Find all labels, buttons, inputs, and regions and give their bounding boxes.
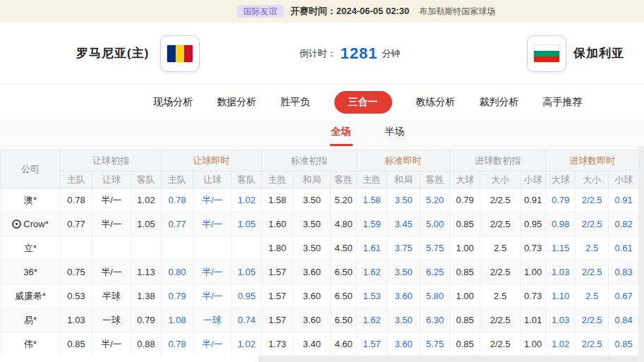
company-cell[interactable]: 威廉希*	[1, 284, 61, 308]
live-odds-cell[interactable]: 2/2.5	[576, 332, 609, 356]
group-header-goals-initial: 进球数初指	[450, 150, 546, 171]
live-odds-cell[interactable]: 5.20	[420, 188, 450, 212]
column-header: 小球	[521, 171, 546, 188]
initial-odds-cell: 3.50	[293, 188, 331, 212]
live-odds-cell[interactable]: 0.95	[232, 284, 262, 308]
live-odds-cell[interactable]: 半/一	[193, 260, 232, 284]
company-cell[interactable]: 36*	[1, 260, 61, 284]
tab-coach-analysis[interactable]: 教练分析	[416, 96, 456, 109]
live-odds-cell[interactable]: 1.59	[357, 212, 387, 236]
initial-odds-cell: 0.85	[450, 212, 480, 236]
live-odds-cell[interactable]: 1.15	[546, 236, 576, 260]
company-cell[interactable]: 伟*	[1, 332, 61, 356]
vertical-scrollbar[interactable]	[638, 147, 644, 362]
column-header: 主队	[61, 171, 92, 188]
live-odds-cell[interactable]: 0.85	[609, 332, 639, 356]
live-odds-cell[interactable]: 2/2.5	[576, 212, 609, 236]
tab-three-in-one[interactable]: 三合一	[334, 91, 392, 114]
live-odds-cell[interactable]: 5.75	[420, 332, 450, 356]
live-odds-cell[interactable]: 半/一	[193, 188, 232, 212]
romania-flag-icon	[166, 44, 193, 63]
live-odds-cell[interactable]: 3.50	[387, 188, 420, 212]
live-odds-cell[interactable]: 1.57	[357, 332, 387, 356]
live-odds-cell[interactable]: 1.10	[546, 284, 576, 308]
live-odds-cell[interactable]: 0.80	[162, 260, 193, 284]
live-odds-cell[interactable]: 1.02	[232, 188, 262, 212]
horizontal-scrollbar-thumb[interactable]	[0, 356, 260, 362]
live-odds-cell[interactable]: 1.03	[546, 308, 576, 332]
live-odds-cell[interactable]: 1.02	[232, 332, 262, 356]
tab-half-match[interactable]: 半场	[384, 120, 406, 146]
column-header: 和局	[387, 171, 420, 188]
live-odds-cell[interactable]: 1.61	[357, 236, 387, 260]
live-odds-cell[interactable]: 3.60	[387, 284, 420, 308]
initial-odds-cell: 1.58	[262, 188, 293, 212]
live-odds-cell[interactable]: 0.98	[546, 212, 576, 236]
live-odds-cell[interactable]: 半/一	[193, 332, 232, 356]
live-odds-cell[interactable]: 1.62	[357, 308, 387, 332]
live-odds-cell[interactable]: 0.61	[609, 236, 639, 260]
live-odds-cell[interactable]: 0.84	[609, 308, 639, 332]
away-team-name: 保加利亚	[573, 45, 624, 61]
live-odds-cell[interactable]: 0.91	[609, 188, 639, 212]
initial-odds-cell: 1.57	[262, 260, 293, 284]
live-odds-cell[interactable]: 半/一	[193, 212, 232, 236]
live-odds-cell[interactable]: 1.02	[546, 332, 576, 356]
tab-win-draw-lose[interactable]: 胜平负	[281, 96, 310, 109]
live-odds-cell[interactable]: 0.77	[162, 212, 193, 236]
live-odds-cell[interactable]	[162, 236, 193, 260]
live-odds-cell[interactable]: 2/2.5	[576, 260, 609, 284]
live-odds-cell[interactable]: 1.08	[162, 308, 193, 332]
company-cell[interactable]: 易*	[1, 308, 61, 332]
live-odds-cell[interactable]: 0.83	[609, 260, 639, 284]
company-cell[interactable]: 澳*	[1, 188, 61, 212]
live-odds-cell[interactable]: 1.05	[232, 212, 262, 236]
initial-odds-cell: 0.73	[521, 236, 546, 260]
live-odds-cell[interactable]: 2/2.5	[576, 188, 609, 212]
live-odds-cell[interactable]: 0.79	[162, 284, 193, 308]
live-odds-cell[interactable]: 5.80	[420, 284, 450, 308]
live-odds-cell[interactable]: 3.50	[387, 260, 420, 284]
initial-odds-cell: 0.53	[61, 284, 92, 308]
live-odds-cell[interactable]: 0.78	[162, 332, 193, 356]
live-odds-cell[interactable]	[193, 236, 232, 260]
tab-referee-analysis[interactable]: 裁判分析	[480, 96, 519, 109]
live-odds-cell[interactable]: 0.78	[162, 188, 193, 212]
live-odds-cell[interactable]: 2/2.5	[576, 308, 609, 332]
live-odds-cell[interactable]: 1.05	[232, 260, 262, 284]
live-odds-cell[interactable]	[232, 236, 262, 260]
live-odds-cell[interactable]: 0.67	[609, 284, 639, 308]
live-odds-cell[interactable]: 半/一	[193, 284, 232, 308]
live-odds-cell[interactable]: 5.75	[420, 236, 450, 260]
live-odds-cell[interactable]: 6.30	[420, 308, 450, 332]
live-odds-cell[interactable]: 一球	[193, 308, 232, 332]
nav-tabs: 现场分析 数据分析 胜平负 三合一 教练分析 裁判分析 高手推荐	[0, 85, 644, 120]
table-row: 36*0.75半/一1.130.80半/一1.051.573.606.501.6…	[1, 260, 639, 284]
live-odds-cell[interactable]: 1.58	[357, 188, 387, 212]
horizontal-scrollbar[interactable]	[0, 356, 638, 362]
live-odds-cell[interactable]: 0.79	[546, 188, 576, 212]
odds-table: 公司 让球初指 让球即时 标准初指 标准即时 进球数初指 进球数即时 主队 让球…	[0, 150, 639, 356]
group-header-1x2-live: 标准即时	[357, 150, 450, 171]
company-header: 公司	[1, 150, 61, 188]
live-odds-cell[interactable]: 0.82	[609, 212, 639, 236]
live-odds-cell[interactable]: 3.45	[387, 212, 420, 236]
tab-live-analysis[interactable]: 现场分析	[154, 96, 193, 109]
tab-data-analysis[interactable]: 数据分析	[217, 96, 257, 109]
live-odds-cell[interactable]: 5.00	[420, 212, 450, 236]
live-odds-cell[interactable]: 3.50	[387, 308, 420, 332]
tab-full-match[interactable]: 全场	[330, 120, 353, 146]
live-odds-cell[interactable]: 0.74	[232, 308, 262, 332]
live-odds-cell[interactable]: 2.5	[576, 236, 609, 260]
live-odds-cell[interactable]: 1.03	[546, 260, 576, 284]
live-odds-cell[interactable]: 2.5	[576, 284, 609, 308]
home-team-name: 罗马尼亚(主)	[76, 45, 149, 61]
live-odds-cell[interactable]: 1.62	[357, 260, 387, 284]
live-odds-cell[interactable]: 1.53	[357, 284, 387, 308]
live-odds-cell[interactable]: 6.25	[420, 260, 450, 284]
company-cell[interactable]: 立*	[1, 236, 61, 260]
company-cell[interactable]: Crow*	[1, 212, 61, 236]
live-odds-cell[interactable]: 3.60	[387, 332, 420, 356]
tab-expert-picks[interactable]: 高手推荐	[543, 96, 583, 109]
live-odds-cell[interactable]: 3.75	[387, 236, 420, 260]
